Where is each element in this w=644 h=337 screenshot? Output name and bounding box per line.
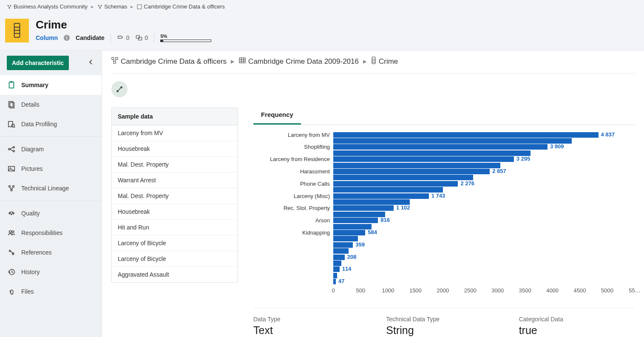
breadcrumb: Business Analysts Community▸Schemas▸Camb… — [0, 0, 644, 13]
sidebar-item-label: References — [21, 249, 52, 256]
chart-category-label: Larceny from MV — [253, 132, 333, 138]
svg-line-27 — [10, 147, 13, 150]
reply-stat[interactable]: 0 — [117, 34, 130, 41]
chart-category-label: Phone Calls — [253, 181, 333, 187]
chart-value-label: 816 — [380, 217, 390, 223]
x-axis-tick: 500 — [356, 287, 366, 294]
stat-block: Categorical Datatrue — [519, 316, 635, 337]
schema-icon — [111, 57, 118, 66]
add-characteristic-button[interactable]: Add characteristic — [7, 56, 69, 70]
breadcrumb-label: Schemas — [104, 3, 127, 10]
sidebar-item-details[interactable]: Details — [0, 95, 102, 114]
chart-bar-row: 359 — [253, 242, 635, 248]
sidebar-item-label: Data Profiling — [21, 121, 57, 127]
reply-count: 0 — [126, 34, 130, 41]
chart-category-label: Larceny from Residence — [253, 156, 333, 162]
chart-bar-row — [253, 150, 635, 156]
sample-data-heading: Sample data — [112, 108, 238, 125]
stat-label: Technical Data Type — [386, 316, 502, 323]
chart-bar-row — [253, 236, 635, 242]
sidebar-item-label: Pictures — [21, 165, 43, 172]
breadcrumb-label: Business Analysts Community — [14, 3, 88, 10]
svg-rect-18 — [10, 81, 12, 83]
sidebar-item-history[interactable]: History — [0, 262, 102, 282]
org-icon — [97, 4, 102, 9]
sample-row: Aggravated Assault — [112, 267, 238, 282]
chart-bar-row — [253, 162, 635, 168]
breadcrumb-item[interactable]: Business Analysts Community — [7, 3, 88, 10]
chart-bar-row — [253, 175, 635, 181]
svg-point-32 — [13, 186, 14, 187]
inner-breadcrumb-label: Cambridge Crime Data & officers — [121, 57, 227, 66]
inner-breadcrumb-item[interactable]: Crime — [371, 57, 398, 66]
completeness-progress: 5% — [160, 34, 211, 42]
sidebar-item-refs[interactable]: References — [0, 243, 102, 262]
sidebar-item-summary[interactable]: Summary — [0, 75, 102, 95]
chart-value-label: 47 — [338, 278, 344, 284]
chart-value-label: 584 — [368, 229, 377, 235]
chart-bar-row: Shoplifting3 909 — [253, 144, 635, 150]
inner-breadcrumb-item[interactable]: Cambridge Crime Data 2009-2016 — [239, 57, 359, 66]
inner-breadcrumb-label: Cambridge Crime Data 2009-2016 — [248, 57, 359, 66]
chart-value-label: 208 — [347, 254, 357, 260]
sidebar-item-lineage[interactable]: Technical Lineage — [0, 178, 102, 198]
tab-frequency[interactable]: Frequency — [253, 108, 301, 125]
org-icon — [7, 4, 12, 9]
breadcrumb-item[interactable]: Cambridge Crime Data & officers — [137, 3, 225, 10]
chart-value-label: 1 102 — [396, 204, 410, 211]
stat-value: Text — [253, 324, 369, 337]
sidebar-item-label: Details — [21, 101, 40, 108]
chart-bar-row: 208 — [253, 254, 635, 260]
svg-line-23 — [14, 127, 15, 127]
chart-value-label: 3 909 — [550, 143, 564, 150]
x-axis-tick: 4000 — [546, 287, 559, 294]
x-axis-tick: 3000 — [491, 287, 504, 294]
collapse-sidebar-icon[interactable] — [87, 57, 95, 68]
info-icon[interactable]: i — [64, 35, 70, 41]
type-link[interactable]: Column — [36, 34, 58, 41]
sample-row: Mal. Dest. Property — [112, 188, 238, 204]
svg-rect-41 — [112, 57, 114, 59]
sidebar-item-label: Diagram — [21, 146, 44, 153]
svg-point-24 — [9, 148, 10, 150]
sidebar-item-quality[interactable]: Quality — [0, 204, 102, 223]
svg-line-4 — [9, 6, 11, 8]
x-axis-tick: 5000 — [601, 287, 613, 294]
svg-line-3 — [8, 6, 9, 8]
chart-bar-row: Harassment2 857 — [253, 168, 635, 174]
svg-rect-42 — [116, 57, 118, 59]
chart-bar-row: Phone Calls2 276 — [253, 181, 635, 187]
chart-category-label: Rec. Stol. Property — [253, 205, 333, 211]
breadcrumb-item[interactable]: Schemas — [97, 3, 127, 10]
sidebar-item-files[interactable]: Files — [0, 282, 102, 301]
sidebar-item-pictures[interactable]: Pictures — [0, 159, 102, 178]
chart-category-label: Shoplifting — [253, 144, 333, 150]
sample-data-panel: Sample data Larceny from MVHousebreakMal… — [111, 108, 238, 283]
edit-tool-button[interactable] — [111, 81, 128, 97]
chart-bar-row — [253, 224, 635, 229]
chart-bar-row: Larceny from MV4 837 — [253, 132, 635, 138]
progress-label: 5% — [160, 34, 211, 39]
svg-point-26 — [13, 150, 15, 152]
resp-icon — [8, 229, 15, 237]
x-axis-tick: 1000 — [382, 287, 394, 294]
chart-category-label: Kidnapping — [253, 229, 333, 236]
sidebar-item-profiling[interactable]: Data Profiling — [0, 114, 102, 134]
sidebar-item-resp[interactable]: Responsibilities — [0, 223, 102, 243]
comment-stat[interactable]: 0 — [136, 34, 148, 41]
schema-icon — [137, 4, 142, 9]
inner-breadcrumb-label: Crime — [379, 57, 398, 66]
chart-value-label: 114 — [342, 266, 352, 272]
sidebar-item-label: Summary — [21, 82, 48, 88]
svg-rect-43 — [113, 61, 116, 63]
chart-value-label: 2 276 — [460, 180, 474, 187]
sample-row: Housebreak — [112, 204, 238, 220]
stat-label: Categorical Data — [519, 316, 635, 323]
svg-rect-17 — [9, 82, 14, 88]
refs-icon — [8, 249, 15, 256]
svg-point-25 — [13, 147, 15, 148]
sidebar-item-diagram[interactable]: Diagram — [0, 139, 102, 159]
inner-breadcrumb-item[interactable]: Cambridge Crime Data & officers — [111, 57, 227, 66]
stat-block: Technical Data TypeString — [386, 316, 502, 337]
sidebar-item-label: Responsibilities — [21, 229, 62, 236]
